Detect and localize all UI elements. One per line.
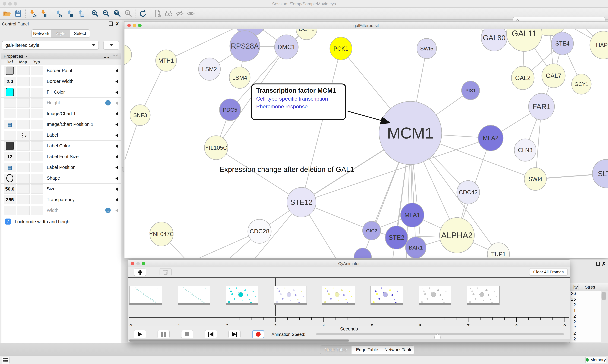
property-cell[interactable] bbox=[4, 206, 16, 215]
property-cell[interactable] bbox=[17, 120, 30, 129]
property-cell[interactable] bbox=[31, 77, 43, 86]
horizontal-scrollbar[interactable] bbox=[128, 339, 570, 342]
table-row[interactable]: 1 bbox=[569, 308, 576, 314]
frame-thumbnail-1[interactable] bbox=[178, 286, 210, 305]
network-edge[interactable] bbox=[302, 49, 341, 202]
play-button[interactable] bbox=[134, 330, 146, 338]
property-cell[interactable] bbox=[31, 174, 43, 183]
property-cell[interactable] bbox=[17, 195, 30, 204]
property-cell[interactable] bbox=[31, 206, 43, 215]
property-cell[interactable] bbox=[31, 130, 43, 140]
property-cell[interactable] bbox=[17, 184, 30, 194]
expand-property-icon[interactable] bbox=[115, 112, 118, 116]
property-cell[interactable] bbox=[4, 66, 16, 75]
property-cell[interactable] bbox=[17, 163, 30, 172]
zoom-in-icon[interactable] bbox=[90, 9, 101, 18]
frame-thumbnail-7[interactable] bbox=[467, 286, 499, 305]
hide-details-icon[interactable] bbox=[174, 9, 185, 18]
table-row[interactable]: 25 bbox=[569, 297, 576, 302]
zoom-fit-icon[interactable] bbox=[112, 9, 123, 18]
tab-edge-table[interactable]: Edge Table bbox=[351, 346, 383, 354]
collapse-all-icon[interactable]: ⌃⌃ bbox=[112, 54, 119, 59]
frame-thumbnail-6[interactable] bbox=[419, 286, 451, 305]
expand-property-icon[interactable] bbox=[115, 209, 118, 212]
property-cell[interactable] bbox=[17, 174, 30, 183]
expand-property-icon[interactable] bbox=[115, 177, 118, 180]
property-cell[interactable]: ▤ bbox=[4, 163, 16, 172]
table-row[interactable]: 2 bbox=[569, 337, 576, 342]
property-cell[interactable]: 12 bbox=[4, 152, 16, 161]
property-cell[interactable] bbox=[4, 141, 16, 151]
zoom-selected-icon[interactable] bbox=[123, 9, 134, 18]
vertical-scrollbar-thumb[interactable] bbox=[602, 292, 606, 300]
property-cell[interactable] bbox=[31, 163, 43, 172]
lock-checkbox[interactable]: ✓ bbox=[5, 219, 11, 224]
skip-to-start-button[interactable] bbox=[205, 330, 217, 338]
horizontal-scrollbar-thumb[interactable] bbox=[129, 339, 349, 341]
refresh-icon[interactable] bbox=[138, 9, 149, 18]
skip-to-end-button[interactable] bbox=[228, 330, 240, 338]
property-cell[interactable]: 2.0 bbox=[4, 77, 16, 86]
import-table-icon[interactable] bbox=[38, 9, 49, 18]
float-panel-icon[interactable] bbox=[596, 262, 600, 266]
column-divider[interactable] bbox=[579, 284, 579, 290]
panel-list-button[interactable] bbox=[1, 357, 10, 364]
table-row[interactable]: 2 bbox=[569, 325, 576, 331]
expand-property-icon[interactable] bbox=[115, 80, 118, 83]
animation-speed-slider[interactable] bbox=[316, 333, 564, 335]
stop-button[interactable] bbox=[181, 330, 193, 338]
annotation-box[interactable]: Transcription factor MCM1 Cell-type-spec… bbox=[251, 83, 346, 120]
properties-header[interactable]: Properties ⌄⌄ ⌃⌃ bbox=[1, 53, 121, 59]
expand-property-icon[interactable] bbox=[115, 69, 118, 73]
table-row[interactable]: 26 bbox=[569, 291, 576, 297]
annotation-link-1[interactable]: Cell-type-specific transcription bbox=[256, 96, 341, 102]
zoom-out-icon[interactable] bbox=[101, 9, 112, 18]
expand-all-icon[interactable]: ⌄⌄ bbox=[103, 54, 110, 59]
style-selector-dropdown[interactable]: galFiltered Style bbox=[2, 41, 99, 50]
frame-thumbnail-5[interactable] bbox=[371, 286, 403, 305]
show-details-icon[interactable] bbox=[185, 9, 196, 18]
export-table-icon[interactable] bbox=[64, 9, 75, 18]
info-icon[interactable]: i bbox=[105, 100, 111, 105]
timeline[interactable]: 0123456789 bbox=[128, 278, 570, 326]
property-cell[interactable] bbox=[31, 88, 43, 97]
property-cell[interactable]: ⋮› bbox=[17, 130, 30, 140]
close-panel-icon[interactable]: ✗ bbox=[602, 261, 606, 267]
property-cell[interactable] bbox=[31, 184, 43, 194]
network-window-titlebar[interactable]: galFiltered.sif bbox=[124, 22, 608, 29]
property-cell[interactable] bbox=[31, 141, 43, 151]
expand-property-icon[interactable] bbox=[115, 187, 118, 191]
close-panel-icon[interactable]: ✗ bbox=[115, 21, 119, 27]
property-cell[interactable] bbox=[4, 174, 16, 183]
property-cell[interactable] bbox=[31, 66, 43, 75]
property-cell[interactable] bbox=[31, 98, 43, 107]
clear-all-frames-button[interactable]: Clear All Frames bbox=[529, 268, 568, 276]
expand-property-icon[interactable] bbox=[115, 101, 118, 105]
cyanimator-titlebar[interactable]: CyAnimator bbox=[128, 260, 570, 267]
property-cell[interactable] bbox=[17, 109, 30, 118]
table-row[interactable]: 2 bbox=[569, 314, 576, 319]
pause-button[interactable] bbox=[158, 330, 170, 338]
table-row[interactable]: 2 bbox=[569, 302, 576, 308]
style-options-menu-button[interactable] bbox=[103, 41, 119, 50]
tab-network[interactable]: Network bbox=[32, 30, 51, 38]
frame-thumbnail-2[interactable] bbox=[226, 286, 258, 305]
annotation-link-2[interactable]: Pheromone response bbox=[256, 104, 341, 110]
memory-button[interactable]: Memory bbox=[585, 357, 606, 363]
frame-thumbnail-3[interactable] bbox=[274, 286, 307, 305]
property-cell[interactable] bbox=[31, 109, 43, 118]
delete-frame-button[interactable] bbox=[160, 268, 172, 276]
property-cell[interactable] bbox=[17, 77, 30, 86]
property-cell[interactable] bbox=[17, 66, 30, 75]
property-cell[interactable] bbox=[31, 195, 43, 204]
property-cell[interactable] bbox=[31, 120, 43, 129]
property-cell[interactable] bbox=[17, 98, 30, 107]
expand-property-icon[interactable] bbox=[115, 134, 118, 137]
property-cell[interactable] bbox=[17, 206, 30, 215]
tab-style[interactable]: Style bbox=[51, 30, 70, 38]
expand-property-icon[interactable] bbox=[115, 123, 118, 126]
network-node-botpur[interactable] bbox=[354, 248, 372, 258]
column-header-stress[interactable]: Stres bbox=[579, 285, 601, 290]
table-row[interactable]: 2 bbox=[569, 331, 576, 337]
property-cell[interactable] bbox=[17, 88, 30, 97]
